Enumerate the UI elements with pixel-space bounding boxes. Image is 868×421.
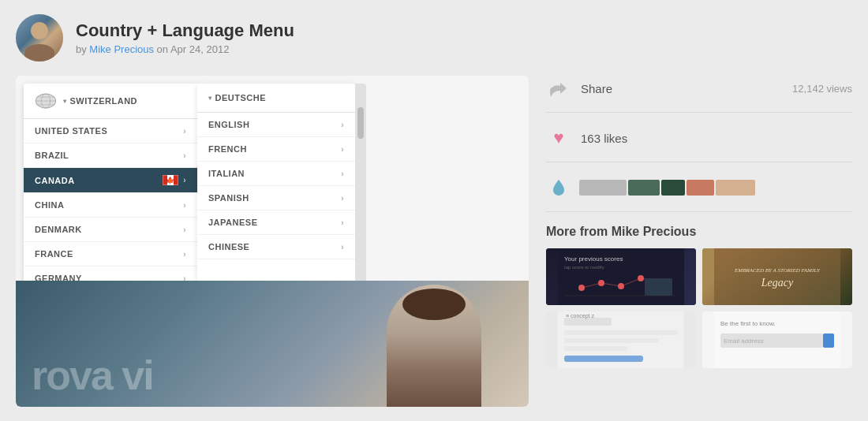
svg-rect-23 (564, 346, 627, 351)
share-icon (546, 76, 571, 101)
language-item-italian[interactable]: ITALIAN› (197, 162, 355, 186)
country-item-denmark[interactable]: DENMARK› (24, 218, 197, 242)
language-header-text: ▾ DEUTSCHE (208, 93, 266, 102)
chevron-right-icon: › (183, 127, 186, 136)
bg-text: rova vi (16, 352, 169, 399)
chevron-right-icon: › (341, 145, 344, 154)
svg-text:Legacy: Legacy (761, 277, 794, 289)
chevron-right-icon: › (341, 243, 344, 251)
language-item-chinese[interactable]: CHINESE› (197, 235, 355, 259)
thumbnail-2[interactable]: EMBRACED BY A STORIED FAMILY Legacy (702, 248, 852, 305)
author-link[interactable]: Mike Precious (89, 43, 154, 55)
language-item-english[interactable]: ENGLISH› (197, 113, 355, 137)
more-title: More from Mike Precious (546, 225, 852, 239)
color-swatch-2 (661, 180, 685, 196)
avatar (16, 14, 63, 61)
thumbnails-grid: Your previous scores tap score to modify (546, 248, 852, 368)
chevron-right-icon: › (183, 250, 186, 259)
svg-text:Email address: Email address (724, 337, 764, 345)
right-panel: Share 12,142 views ♥ 163 likes (546, 76, 852, 407)
svg-text:≡ concept z: ≡ concept z (566, 313, 594, 319)
svg-rect-20 (564, 318, 612, 326)
views-count: 12,142 views (792, 83, 852, 95)
country-item-label: CHINA (35, 200, 64, 210)
language-menu-header: ▾ DEUTSCHE (197, 84, 355, 113)
country-item-brazil[interactable]: BRAZIL› (24, 143, 197, 168)
country-item-label: UNITED STATES (35, 126, 107, 136)
on-prefix: on (154, 43, 170, 55)
svg-text:tap score to modify: tap score to modify (564, 265, 604, 270)
header-text: Country + Language Menu by Mike Precious… (76, 20, 294, 55)
header: Country + Language Menu by Mike Precious… (16, 14, 852, 61)
canada-flag-icon: 🍁 (163, 175, 178, 185)
color-swatch-3 (687, 180, 714, 196)
thumbnail-3[interactable]: ≡ concept z (546, 311, 696, 368)
world-icon (35, 93, 57, 109)
country-item-label: DENMARK (35, 225, 82, 234)
svg-rect-30 (823, 333, 834, 348)
colors-row (546, 175, 852, 212)
country-item-canada[interactable]: CANADA🍁› (24, 168, 197, 193)
color-swatch-4 (716, 180, 755, 196)
country-arrow-icon: ▾ (63, 98, 67, 105)
byline: by Mike Precious on Apr 24, 2012 (76, 43, 294, 55)
chevron-right-icon: › (341, 121, 344, 129)
language-item-label: ITALIAN (208, 169, 245, 178)
chevron-right-icon: › (183, 151, 186, 160)
country-item-label: FRANCE (35, 249, 73, 259)
more-section: More from Mike Precious Your previous sc… (546, 225, 852, 368)
color-swatches (579, 180, 755, 196)
mockup-inner: ▾ SWITZERLAND UNITED STATES›BRAZIL›CANAD… (16, 76, 529, 407)
thumbnail-1[interactable]: Your previous scores tap score to modify (546, 248, 696, 305)
likes-count: 163 likes (581, 132, 627, 145)
svg-text:Be the first to know.: Be the first to know. (720, 320, 776, 327)
scrollbar-thumb[interactable] (357, 107, 364, 139)
page-title: Country + Language Menu (76, 20, 294, 41)
language-item-label: FRENCH (208, 144, 247, 154)
language-item-label: CHINESE (208, 242, 249, 251)
share-label[interactable]: Share (581, 82, 783, 95)
country-header-text: ▾ SWITZERLAND (63, 96, 137, 106)
country-item-france[interactable]: FRANCE› (24, 242, 197, 266)
chevron-right-icon: › (341, 194, 344, 203)
language-header-label: DEUTSCHE (215, 93, 267, 102)
chevron-right-icon: › (183, 225, 186, 234)
svg-rect-21 (564, 330, 678, 335)
chevron-right-icon: › (341, 170, 344, 178)
language-arrow-icon: ▾ (208, 95, 212, 102)
country-menu-header: ▾ SWITZERLAND (24, 84, 197, 119)
chevron-right-icon: › (183, 176, 186, 184)
by-prefix: by (76, 43, 89, 55)
country-item-label: CANADA (35, 176, 75, 185)
svg-text:Your previous scores: Your previous scores (564, 255, 623, 263)
language-item-spanish[interactable]: SPANISH› (197, 186, 355, 210)
language-item-french[interactable]: FRENCH› (197, 137, 355, 162)
color-swatch-0 (579, 180, 627, 196)
language-item-label: JAPANESE (208, 218, 257, 227)
country-item-label: BRAZIL (35, 151, 69, 160)
country-item-china[interactable]: CHINA› (24, 193, 197, 218)
svg-rect-22 (564, 338, 659, 343)
thumbnail-4[interactable]: Be the first to know. Email address (702, 311, 852, 368)
country-item-united-states[interactable]: UNITED STATES› (24, 119, 197, 143)
chevron-right-icon: › (341, 218, 344, 227)
language-item-label: ENGLISH (208, 120, 249, 129)
share-row: Share 12,142 views (546, 76, 852, 113)
svg-text:EMBRACED BY A STORIED FAMILY: EMBRACED BY A STORIED FAMILY (734, 267, 821, 274)
bg-image: rova vi (16, 281, 529, 407)
language-menu-list: ENGLISH›FRENCH›ITALIAN›SPANISH›JAPANESE›… (197, 113, 355, 259)
language-item-japanese[interactable]: JAPANESE› (197, 210, 355, 235)
heart-icon: ♥ (546, 125, 571, 151)
drop-icon (546, 175, 571, 200)
date: Apr 24, 2012 (170, 43, 229, 55)
country-header-label: SWITZERLAND (70, 96, 138, 106)
chevron-right-icon: › (183, 201, 186, 210)
mockup-panel: ▾ SWITZERLAND UNITED STATES›BRAZIL›CANAD… (16, 76, 529, 407)
svg-rect-24 (564, 356, 643, 362)
main-wrapper: Country + Language Menu by Mike Precious… (0, 0, 868, 421)
content-area: ▾ SWITZERLAND UNITED STATES›BRAZIL›CANAD… (16, 76, 852, 407)
likes-row: ♥ 163 likes (546, 125, 852, 162)
color-swatch-1 (628, 180, 660, 196)
language-item-label: SPANISH (208, 193, 249, 203)
svg-rect-13 (645, 278, 672, 296)
